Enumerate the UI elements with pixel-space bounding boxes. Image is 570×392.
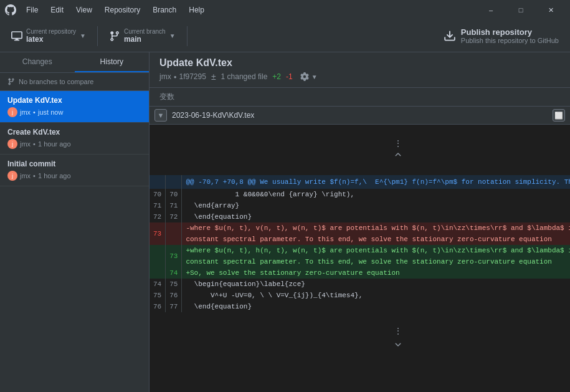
hash-author: jmx — [159, 72, 171, 81]
line-code-3: -where $u(n, t), v(n, t), w(n, t)$ are p… — [182, 222, 570, 245]
commit-meta-0: j jmx • just now — [7, 107, 141, 117]
sidebar-tabs: Changes History — [0, 52, 149, 73]
commit-detail-title: Update KdV.tex — [159, 57, 560, 69]
branch-label-stack: Current branch main — [124, 28, 166, 44]
commit-author-2: jmx — [20, 172, 31, 179]
maximize-button[interactable]: □ — [506, 0, 535, 20]
line-new-2: 72 — [166, 211, 182, 222]
gear-chevron-icon: ▼ — [311, 74, 318, 80]
line-new-4: 73 — [166, 245, 182, 267]
commit-hash-wrapper: jmx ● 1f97295 — [159, 72, 206, 81]
toolbar-sep-2 — [187, 26, 188, 46]
github-icon — [5, 4, 16, 16]
commit-meta-1: j jmx • 1 hour ago — [7, 139, 141, 149]
repo-name: latex — [26, 35, 76, 44]
diff-collapse-button[interactable]: ▼ — [154, 109, 167, 122]
upload-icon — [444, 30, 456, 42]
current-repo-button[interactable]: Current repository latex ▼ — [5, 26, 92, 46]
minimize-button[interactable]: – — [477, 0, 505, 20]
commit-time-0: just now — [38, 108, 63, 116]
line-new-5: 74 — [166, 267, 182, 279]
sidebar: Changes History No branches to compare U… — [0, 52, 150, 392]
tab-history[interactable]: History — [75, 52, 150, 72]
expand-up-arrow-icon[interactable] — [393, 151, 403, 161]
avatar-2: j — [7, 171, 17, 181]
main-layout: Changes History No branches to compare U… — [0, 52, 570, 392]
gear-icon — [300, 72, 309, 81]
commit-title-1: Create KdV.tex — [7, 128, 141, 136]
commit-time-1: 1 hour ago — [38, 140, 71, 148]
commit-item-2[interactable]: Initial commit j jmx • 1 hour ago — [0, 155, 149, 186]
toolbar: Current repository latex ▼ Current branc… — [0, 20, 570, 52]
toolbar-sep-1 — [97, 26, 98, 46]
publish-button[interactable]: Publish repository Publish this reposito… — [437, 25, 565, 47]
computer-icon — [11, 31, 22, 42]
line-code-2: \end{equation} — [182, 211, 570, 222]
no-branches-bar: No branches to compare — [0, 73, 149, 91]
hunk-new-num — [166, 175, 182, 189]
titlebar: File Edit View Repository Branch Help – … — [0, 0, 570, 20]
hunk-old-num — [150, 175, 166, 189]
repo-label-stack: Current repository latex — [26, 28, 76, 44]
menu-file[interactable]: File — [21, 4, 43, 16]
commit-list: Update KdV.tex j jmx • just now Create K… — [0, 91, 149, 392]
line-new-7: 76 — [166, 290, 182, 301]
line-new-3 — [166, 222, 182, 245]
publish-text: Publish repository Publish this reposito… — [461, 27, 559, 44]
line-old-2: 72 — [150, 211, 166, 222]
diff-line-1: 71 71 \end{array} — [150, 200, 570, 211]
line-code-0: 1 &0&0&0\end {array} \right), — [182, 189, 570, 200]
diff-line-4: 73 +where $u(n, t), h(n, t), w(n, t)$ ar… — [150, 245, 570, 267]
branch-chevron-icon: ▼ — [169, 32, 176, 39]
diff-open-button[interactable]: ⬜ — [553, 109, 565, 122]
content-area: Update KdV.tex jmx ● 1f97295 ± 1 changed… — [150, 52, 570, 392]
branch-icon — [109, 31, 120, 42]
diff-expand-top[interactable]: ⋮ — [150, 125, 570, 175]
changed-files-count: 1 changed file — [221, 72, 268, 81]
line-old-0: 70 — [150, 189, 166, 200]
content-meta: jmx ● 1f97295 ± 1 changed file +2 -1 ▼ — [159, 71, 560, 82]
expand-down-icon[interactable]: ⋮ — [394, 327, 402, 337]
tab-changes[interactable]: Changes — [0, 52, 75, 72]
commit-time-2: 1 hour ago — [38, 172, 71, 179]
line-new-0: 70 — [166, 189, 182, 200]
changes-label: 变数 — [159, 92, 174, 101]
changed-files-icon: ± — [211, 72, 216, 82]
line-old-4 — [150, 245, 166, 267]
menu-view[interactable]: View — [71, 4, 97, 16]
publish-sub: Publish this repository to GitHub — [461, 37, 559, 44]
commit-sep-1: • — [33, 140, 36, 148]
line-code-1: \end{array} — [182, 200, 570, 211]
line-old-7: 75 — [150, 290, 166, 301]
line-code-7: V^+U -UV=0, \ \ V=V_{ij})_{4\times4}, — [182, 290, 570, 301]
commit-hash: 1f97295 — [179, 72, 206, 81]
line-code-8: \end{equation} — [182, 301, 570, 312]
line-code-4: +where $u(n, t), h(n, t), w(n, t)$ are p… — [182, 245, 570, 267]
commit-author-1: jmx — [20, 140, 31, 148]
line-new-1: 71 — [166, 200, 182, 211]
expand-down-arrow-icon[interactable] — [393, 338, 403, 348]
content-header: Update KdV.tex jmx ● 1f97295 ± 1 changed… — [150, 52, 570, 88]
diff-area[interactable]: ▼ 2023-06-19-KdV\KdV.tex ⬜ ⋮ — [150, 107, 570, 392]
line-new-6: 75 — [166, 279, 182, 290]
diff-file-header: ▼ 2023-06-19-KdV\KdV.tex ⬜ — [150, 107, 570, 125]
diff-line-8: 76 77 \end{equation} — [150, 301, 570, 312]
line-code-5: +So, we solve the stationary zero-curvat… — [182, 267, 570, 279]
commit-item-1[interactable]: Create KdV.tex j jmx • 1 hour ago — [0, 123, 149, 155]
menu-repository[interactable]: Repository — [100, 4, 145, 16]
line-new-8: 77 — [166, 301, 182, 312]
commit-sep-0: • — [33, 108, 36, 116]
line-old-8: 76 — [150, 301, 166, 312]
menu-edit[interactable]: Edit — [45, 4, 69, 16]
menu-help[interactable]: Help — [184, 4, 209, 16]
diff-expand-bottom[interactable]: ⋮ — [150, 312, 570, 363]
current-branch-button[interactable]: Current branch main ▼ — [103, 26, 182, 46]
expand-up-icon[interactable]: ⋮ — [394, 139, 402, 149]
diff-table: ⋮ @@ -70,7 +70,8 @@ We usually write $f(… — [150, 125, 570, 363]
commit-item-0[interactable]: Update KdV.tex j jmx • just now — [0, 91, 149, 123]
commit-meta-2: j jmx • 1 hour ago — [7, 171, 141, 181]
menu-branch[interactable]: Branch — [148, 4, 181, 16]
commit-title-0: Update KdV.tex — [7, 96, 141, 105]
close-button[interactable]: ✕ — [536, 0, 565, 20]
diff-options-button[interactable]: ▼ — [298, 71, 320, 82]
